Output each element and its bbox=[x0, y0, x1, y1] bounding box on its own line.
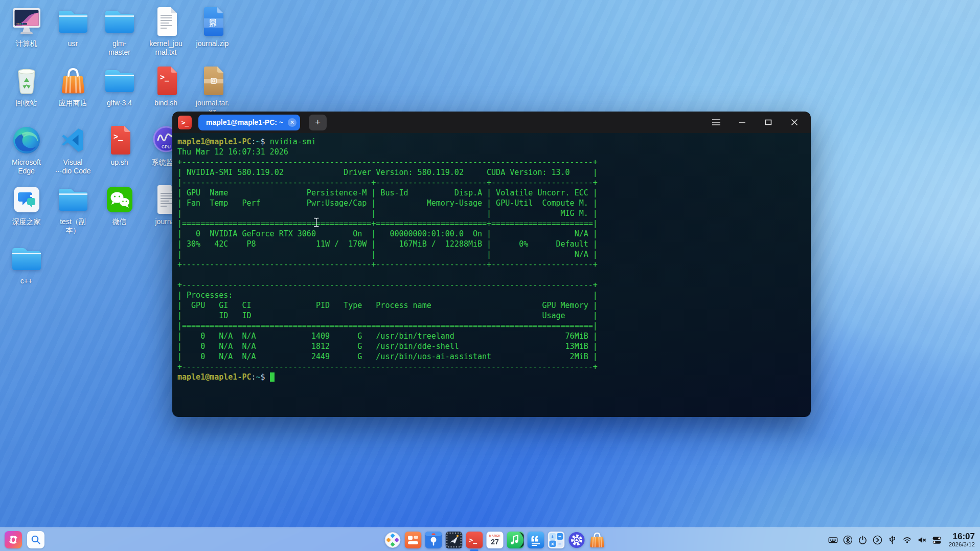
terminal-line: | GPU Name Persistence-M | Bus-Id Disp.A… bbox=[177, 188, 811, 198]
terminal-titlebar: >_ maple1@maple1-PC: ~ ✕ + bbox=[172, 112, 811, 133]
taskbar-clock[interactable]: 16:07 2026/3/12 bbox=[949, 532, 975, 548]
folder-icon bbox=[57, 183, 89, 216]
deepinhome-icon bbox=[10, 183, 43, 216]
dock-mail-icon[interactable] bbox=[445, 532, 462, 548]
terminal-line: |=======================================… bbox=[177, 218, 811, 229]
terminal-line: | GPU GI CI PID Type Process name GPU Me… bbox=[177, 300, 811, 311]
desktop-icon-label: 深度之家 bbox=[12, 217, 41, 226]
desktop-icon-label: 应用商店 bbox=[59, 99, 87, 107]
terminal-line: | Fan Temp Perf Pwr:Usage/Cap | Memory-U… bbox=[177, 198, 811, 208]
dock-music-icon[interactable] bbox=[507, 532, 523, 548]
power-icon[interactable] bbox=[858, 535, 868, 545]
svg-text:−: − bbox=[558, 533, 561, 539]
desktop-icon-test-copy[interactable]: test（副 本） bbox=[50, 183, 96, 243]
dock: >_MARCH27+−×− bbox=[384, 528, 605, 551]
desktop-icon-computer[interactable]: 计算机 bbox=[3, 5, 50, 64]
terminal-line: | 0 N/A N/A 1812 G /usr/bin/dde-shell 13… bbox=[177, 341, 811, 351]
terminal-line: | 30% 42C P8 11W / 170W | 167MiB / 12288… bbox=[177, 239, 811, 249]
desktop-icon-label: c++ bbox=[20, 277, 32, 285]
desktop-icon-deepin-home[interactable]: 深度之家 bbox=[3, 183, 50, 243]
desktop-icon-glm-master[interactable]: glm- master bbox=[96, 5, 143, 64]
desktop-icon-trash[interactable]: 回收站 bbox=[3, 64, 50, 124]
svg-text:−: − bbox=[558, 540, 561, 546]
terminal-line: | 0 NVIDIA GeForce RTX 3060 On | 0000000… bbox=[177, 229, 811, 239]
dock-file-manager-icon[interactable] bbox=[404, 532, 421, 548]
desktop-icon-journal-zip[interactable]: ZIPjournal.zip bbox=[189, 5, 236, 64]
desktop-icon-kernel-journal-txt[interactable]: kernel_jou rnal.txt bbox=[143, 5, 189, 64]
svg-text:×: × bbox=[551, 541, 554, 546]
desktop-icon-cpp[interactable]: c++ bbox=[3, 243, 50, 302]
zipfile-icon: ZIP bbox=[196, 5, 229, 38]
terminal-output[interactable]: maple1@maple1-PC:~$ nvidia-smiThu Mar 12… bbox=[172, 133, 811, 417]
new-tab-button[interactable]: + bbox=[309, 115, 327, 130]
terminal-line: | Processes: | bbox=[177, 290, 811, 300]
terminal-line bbox=[177, 270, 811, 280]
desktop-icon-vscode[interactable]: Visual ···dio Code bbox=[50, 124, 96, 183]
keyboard-icon[interactable] bbox=[828, 535, 838, 545]
clock-date: 2026/3/12 bbox=[949, 541, 975, 548]
svg-text:>_: >_ bbox=[469, 536, 477, 544]
svg-text:>_: >_ bbox=[113, 132, 123, 141]
terminal-tab[interactable]: maple1@maple1-PC: ~ ✕ bbox=[198, 115, 300, 130]
network-icon[interactable] bbox=[902, 535, 912, 545]
terminal-line: |---------------------------------------… bbox=[177, 178, 811, 188]
dock-calendar-icon[interactable]: MARCH27 bbox=[486, 532, 503, 548]
dock-calculator-icon[interactable]: +−×− bbox=[548, 532, 564, 548]
trash-icon bbox=[10, 64, 43, 97]
svg-text:MARCH: MARCH bbox=[489, 534, 500, 537]
desktop-icon-glfw-3-4[interactable]: glfw-3.4 bbox=[96, 64, 143, 124]
volume-muted-icon[interactable] bbox=[917, 535, 927, 545]
terminal-line: maple1@maple1-PC:~$ bbox=[177, 372, 811, 382]
terminal-line: maple1@maple1-PC:~$ nvidia-smi bbox=[177, 137, 811, 147]
wechat-icon bbox=[103, 183, 136, 216]
dock-terminal-icon[interactable]: >_ bbox=[466, 532, 483, 548]
dock-launchpad-icon[interactable] bbox=[384, 532, 401, 548]
desktop-icon-label: journal.zip bbox=[196, 39, 229, 48]
maximize-icon[interactable] bbox=[759, 113, 778, 131]
clock-time: 16:07 bbox=[949, 532, 975, 541]
terminal-line: +---------------------------------------… bbox=[177, 280, 811, 290]
menu-icon[interactable] bbox=[707, 113, 725, 131]
svg-text:+: + bbox=[551, 533, 554, 539]
desktop-icon-app-store[interactable]: 应用商店 bbox=[50, 64, 96, 124]
minimize-icon[interactable] bbox=[733, 113, 751, 131]
desktop-icon-label: bind.sh bbox=[154, 99, 177, 107]
desktop-icon-label: glfw-3.4 bbox=[107, 99, 132, 107]
vscode-icon bbox=[57, 124, 89, 157]
tab-close-icon[interactable]: ✕ bbox=[288, 118, 297, 127]
computer-icon bbox=[10, 5, 43, 38]
folder-icon bbox=[103, 64, 136, 97]
script-icon: >_ bbox=[103, 124, 136, 157]
desktop-icon-label: 回收站 bbox=[16, 99, 37, 107]
dock-app-store-icon[interactable] bbox=[588, 532, 605, 548]
desktop-icon-label: usr bbox=[68, 39, 78, 48]
window-controls bbox=[707, 112, 804, 133]
terminal-line: | NVIDIA-SMI 580.119.02 Driver Version: … bbox=[177, 167, 811, 178]
desktop-icon-label: Microsoft Edge bbox=[12, 158, 41, 175]
launcher-icon[interactable] bbox=[5, 531, 22, 548]
desktop-icon-label: kernel_jou rnal.txt bbox=[149, 39, 183, 57]
active-app-indicator bbox=[470, 549, 478, 551]
svg-text:>_: >_ bbox=[160, 73, 170, 82]
dock-voice-notes-icon[interactable] bbox=[527, 532, 544, 548]
terminal-window: >_ maple1@maple1-PC: ~ ✕ + maple1@maple1… bbox=[172, 112, 811, 417]
terminal-line: |=======================================… bbox=[177, 321, 811, 331]
folder-icon bbox=[103, 5, 136, 38]
close-icon[interactable] bbox=[785, 113, 804, 131]
folder-icon bbox=[57, 5, 89, 38]
desktop-icon-wechat[interactable]: 微信 bbox=[96, 183, 143, 243]
search-icon[interactable] bbox=[27, 531, 44, 548]
usb-icon[interactable] bbox=[887, 535, 897, 545]
desktop-icon-up-sh[interactable]: >_up.sh bbox=[96, 124, 143, 183]
terminal-app-icon: >_ bbox=[178, 116, 192, 129]
dock-browser-icon[interactable] bbox=[425, 532, 442, 548]
expand-icon[interactable] bbox=[873, 535, 882, 545]
dock-control-center-icon[interactable] bbox=[568, 532, 585, 548]
terminal-line: +---------------------------------------… bbox=[177, 362, 811, 372]
desktop-icon-label: glm- master bbox=[108, 39, 130, 57]
desktop-icon-microsoft-edge[interactable]: Microsoft Edge bbox=[3, 124, 50, 183]
bluetooth-icon[interactable] bbox=[843, 535, 853, 545]
desktop-icon-usr[interactable]: usr bbox=[50, 5, 96, 64]
terminal-line: +---------------------------------------… bbox=[177, 259, 811, 270]
switches-icon[interactable] bbox=[932, 535, 942, 545]
